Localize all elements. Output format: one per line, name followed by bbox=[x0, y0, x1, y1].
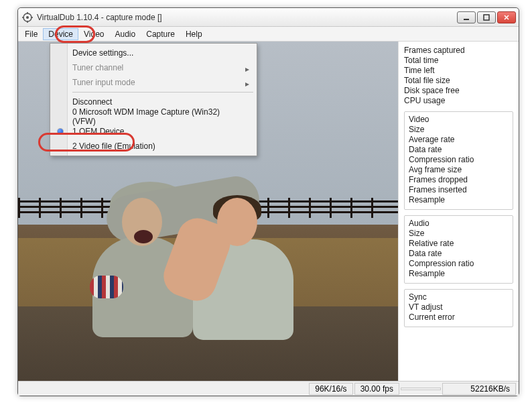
stat-total-file-size: Total file size bbox=[404, 76, 513, 86]
stat-rel-rate: Relative rate bbox=[409, 239, 509, 249]
stat-total-time: Total time bbox=[404, 56, 513, 66]
menu-tuner-input: Tuner input mode▸ bbox=[52, 75, 255, 90]
stats-audio-group: Audio Size Relative rate Data rate Compr… bbox=[404, 215, 513, 284]
figure-right bbox=[185, 172, 312, 347]
window-title: VirtualDub 1.10.4 - capture mode [] bbox=[37, 13, 457, 22]
titlebar[interactable]: VirtualDub 1.10.4 - capture mode [] bbox=[18, 8, 519, 27]
status-rate: 96K/16/s bbox=[309, 383, 352, 395]
svg-rect-4 bbox=[22, 17, 24, 18]
stat-disk-free: Disk space free bbox=[404, 86, 513, 96]
menubar: File Device Video Audio Capture Help bbox=[18, 27, 519, 42]
stat-video-resample: Resample bbox=[409, 195, 509, 205]
stat-frames-dropped: Frames dropped bbox=[409, 175, 509, 185]
menu-device-1-label: 1 OEM Device bbox=[72, 127, 124, 136]
stats-audio-heading: Audio bbox=[409, 219, 509, 229]
svg-rect-6 bbox=[464, 19, 469, 20]
stat-audio-resample: Resample bbox=[409, 269, 509, 279]
menu-tuner-channel-label: Tuner channel bbox=[72, 63, 123, 72]
device-menu-dropdown: Device settings... Tuner channel▸ Tuner … bbox=[50, 43, 257, 156]
window-controls bbox=[457, 11, 516, 23]
radio-selected-icon bbox=[58, 129, 63, 134]
app-window: VirtualDub 1.10.4 - capture mode [] File… bbox=[17, 7, 519, 396]
submenu-arrow-icon: ▸ bbox=[245, 79, 249, 89]
stat-avg-rate: Average rate bbox=[409, 135, 509, 145]
menu-device-settings[interactable]: Device settings... bbox=[52, 46, 255, 60]
status-throughput: 52216KB/s bbox=[442, 383, 516, 395]
menu-device-0[interactable]: 0 Microsoft WDM Image Capture (Win32) (V… bbox=[52, 109, 255, 124]
stat-current-error: Current error bbox=[409, 312, 509, 323]
status-empty bbox=[401, 388, 441, 390]
menu-tuner-channel: Tuner channel▸ bbox=[52, 60, 255, 75]
stat-vt-adjust: VT adjust bbox=[409, 302, 509, 312]
menu-file[interactable]: File bbox=[19, 28, 43, 40]
svg-rect-2 bbox=[27, 12, 28, 14]
menu-device-settings-label: Device settings... bbox=[72, 48, 133, 58]
stats-panel: Frames captured Total time Time left Tot… bbox=[398, 42, 519, 381]
menu-capture[interactable]: Capture bbox=[141, 28, 180, 40]
menu-device-1[interactable]: 1 OEM Device bbox=[52, 124, 255, 139]
stat-audio-data-rate: Data rate bbox=[409, 249, 509, 259]
stat-frames-inserted: Frames inserted bbox=[409, 185, 509, 195]
svg-rect-5 bbox=[31, 17, 33, 18]
svg-rect-3 bbox=[27, 21, 28, 23]
menu-device-2[interactable]: 2 Video file (Emulation) bbox=[52, 139, 255, 154]
maximize-button[interactable] bbox=[477, 11, 496, 23]
stat-video-size: Size bbox=[409, 125, 509, 135]
stat-time-left: Time left bbox=[404, 66, 513, 76]
submenu-arrow-icon: ▸ bbox=[245, 64, 249, 74]
stats-sync-heading: Sync bbox=[409, 292, 509, 302]
menu-disconnect-label: Disconnect bbox=[72, 97, 112, 107]
stats-video-heading: Video bbox=[409, 115, 509, 125]
stat-frames-captured: Frames captured bbox=[404, 46, 513, 56]
menu-device[interactable]: Device bbox=[43, 28, 78, 40]
stats-sync-group: Sync VT adjust Current error bbox=[404, 289, 513, 327]
svg-point-1 bbox=[26, 16, 29, 19]
menu-tuner-input-label: Tuner input mode bbox=[72, 78, 135, 87]
menu-video[interactable]: Video bbox=[78, 28, 109, 40]
stat-audio-compression: Compression ratio bbox=[409, 259, 509, 269]
minimize-button[interactable] bbox=[457, 11, 476, 23]
stat-avg-frame-size: Avg frame size bbox=[409, 165, 509, 175]
app-icon bbox=[22, 12, 33, 23]
status-fps: 30.00 fps bbox=[354, 383, 399, 395]
menu-help[interactable]: Help bbox=[180, 28, 208, 40]
stat-cpu-usage: CPU usage bbox=[404, 96, 513, 106]
stat-video-compression: Compression ratio bbox=[409, 155, 509, 165]
menu-device-2-label: 2 Video file (Emulation) bbox=[72, 141, 155, 151]
stat-audio-size: Size bbox=[409, 229, 509, 239]
stat-video-data-rate: Data rate bbox=[409, 145, 509, 155]
menu-device-0-label: 0 Microsoft WDM Image Capture (Win32) (V… bbox=[72, 107, 241, 126]
svg-rect-7 bbox=[484, 15, 489, 20]
stats-general: Frames captured Total time Time left Tot… bbox=[404, 46, 513, 106]
stats-video-group: Video Size Average rate Data rate Compre… bbox=[404, 111, 513, 210]
menu-separator bbox=[72, 92, 253, 93]
status-bar: 96K/16/s 30.00 fps 52216KB/s bbox=[18, 381, 519, 396]
close-button[interactable] bbox=[497, 11, 516, 23]
menu-audio[interactable]: Audio bbox=[110, 28, 141, 40]
